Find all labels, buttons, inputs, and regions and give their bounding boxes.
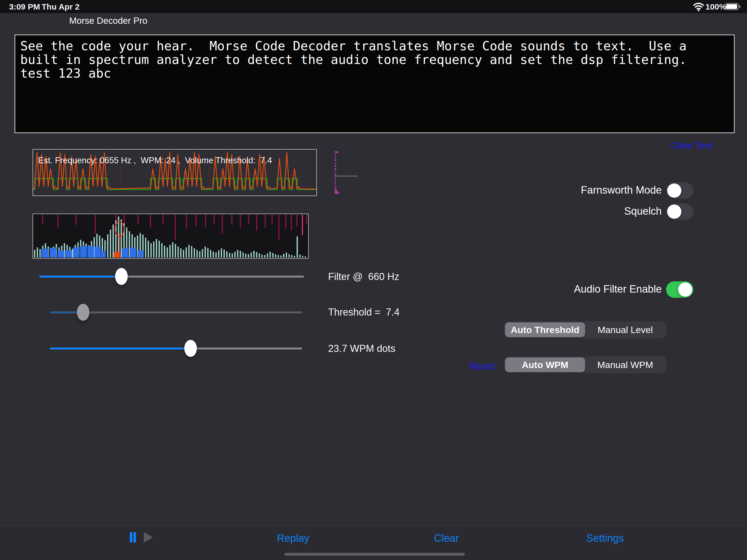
switch-knob (678, 282, 692, 297)
threshold-readout: Threshold = 7.4 (328, 307, 400, 318)
battery-percent: 100% (705, 2, 726, 11)
switch-knob (667, 183, 681, 198)
frequency-readout-overlay: Est. Frequency: 0655 Hz , WPM: 24 , Volu… (38, 156, 272, 166)
decoded-text-area[interactable]: See the code your hear. Morse Code Decod… (15, 34, 735, 133)
filter-frequency-slider[interactable] (40, 268, 304, 285)
page-title: Morse Decoder Pro (69, 16, 147, 26)
switch-knob (667, 205, 681, 219)
audio-filter-enable-switch[interactable] (666, 281, 693, 298)
correlation-mini-chart (335, 150, 367, 195)
battery-icon (725, 3, 739, 10)
farnsworth-mode-label: Farnsworth Mode (498, 184, 662, 196)
wpm-slider[interactable] (50, 340, 302, 357)
segment-auto-threshold[interactable]: Auto Threshold (505, 322, 585, 337)
farnsworth-mode-switch[interactable] (666, 182, 693, 199)
home-indicator[interactable] (284, 553, 465, 556)
wpm-readout: 23.7 WPM dots (328, 343, 395, 354)
segment-auto-wpm[interactable]: Auto WPM (505, 357, 585, 372)
slider-fill (50, 348, 190, 350)
segment-manual-wpm[interactable]: Manual WPM (585, 357, 665, 372)
battery-tip (739, 5, 741, 8)
spectrum-analyzer[interactable] (32, 213, 309, 259)
waveform-display: Est. Frequency: 0655 Hz , WPM: 24 , Volu… (32, 149, 317, 196)
clock: 3:09 PM (9, 2, 40, 11)
slider-thumb[interactable] (115, 268, 128, 285)
replay-button[interactable]: Replay (277, 532, 309, 544)
threshold-slider[interactable] (50, 304, 302, 321)
pause-icon[interactable] (133, 532, 136, 542)
slider-thumb[interactable] (184, 340, 197, 357)
slider-thumb[interactable] (77, 304, 89, 321)
segment-manual-level[interactable]: Manual Level (585, 322, 665, 337)
clear-button[interactable]: Clear (434, 532, 459, 544)
spectrum-plot (33, 214, 308, 258)
settings-button[interactable]: Settings (586, 532, 624, 544)
squelch-switch[interactable] (666, 203, 693, 220)
clear-text-button[interactable]: Clear Text (671, 140, 712, 151)
status-bar: 3:09 PM Thu Apr 2 100% (0, 0, 747, 13)
reset-button[interactable]: Reset (469, 361, 495, 372)
threshold-mode-segmented: Auto Threshold Manual Level (504, 321, 666, 338)
wpm-mode-segmented: Auto WPM Manual WPM (504, 356, 666, 373)
wifi-icon (693, 2, 704, 11)
morse-decoder-app: 3:09 PM Thu Apr 2 100% Morse Decoder Pro… (0, 0, 747, 560)
play-icon[interactable] (144, 532, 153, 542)
audio-filter-enable-label: Audio Filter Enable (498, 283, 662, 295)
squelch-label: Squelch (498, 205, 662, 217)
date: Thu Apr 2 (42, 2, 80, 11)
slider-fill (40, 276, 121, 278)
pause-icon[interactable] (130, 532, 132, 542)
filter-frequency-readout: Filter @ 660 Hz (328, 271, 400, 282)
